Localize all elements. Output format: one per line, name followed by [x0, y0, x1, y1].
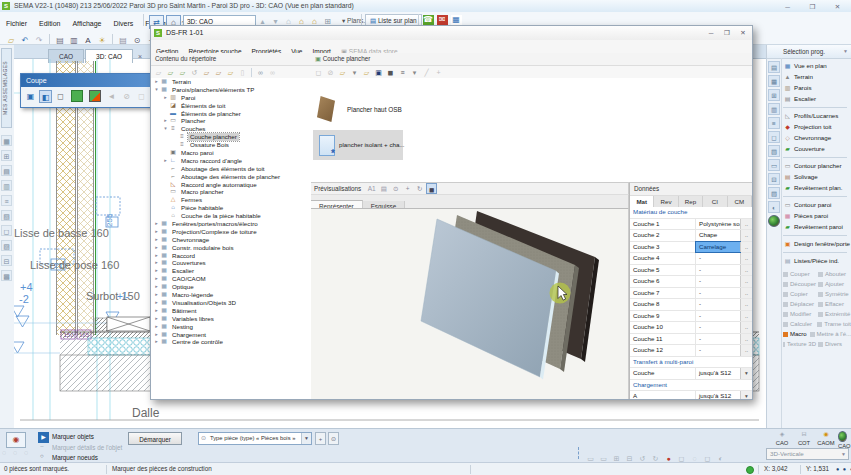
tree-item-constr-modulaire-bois[interactable]: ▸▦Constr. modulaire bois: [151, 244, 311, 252]
tree-item-chevronnage[interactable]: ▸▦Chevronnage: [151, 236, 311, 244]
browse-button[interactable]: ..: [740, 299, 752, 310]
expand-toggle-icon[interactable]: ▸: [153, 267, 160, 275]
grid-icon[interactable]: ⊞: [1, 150, 12, 161]
field-couche-7[interactable]: -: [696, 288, 740, 299]
sidebar-item-contour-plancher[interactable]: ▭Contour plancher: [781, 160, 851, 171]
browse-button[interactable]: ..: [740, 322, 752, 333]
expand-toggle-icon[interactable]: ▸: [153, 220, 160, 228]
field-couche-4[interactable]: -: [696, 253, 740, 264]
folder-icon[interactable]: ▱: [361, 67, 372, 78]
expand-toggle-icon[interactable]: ▸: [153, 291, 160, 299]
coordinate-mode-icons[interactable]: ● ● ◐: [836, 463, 851, 475]
bottom-tab-caom[interactable]: ◉CAOM: [814, 430, 838, 448]
minimize-button[interactable]: ─: [781, 2, 794, 11]
folder-new-icon[interactable]: ▱: [177, 67, 188, 78]
dropdown-button[interactable]: ▾: [740, 368, 752, 379]
dialog-maximize-button[interactable]: ❐: [720, 28, 734, 38]
sheet-icon[interactable]: ▤: [1, 165, 12, 176]
bottom-tab-cot[interactable]: ⊟COT: [794, 430, 814, 448]
piece-type-filter[interactable]: ⊙ Type pièce (type) « Pièces bois » ▼: [198, 432, 312, 445]
view-orientation-combo[interactable]: 3D-Verticale ▼: [766, 448, 849, 460]
tree-item-aboutage-des-elements-de-toit[interactable]: ⌐Aboutage des éléments de toit: [151, 165, 311, 173]
blank-tool-icon[interactable]: ◻: [768, 131, 780, 143]
delete-icon[interactable]: ◼: [385, 67, 396, 78]
expand-toggle-icon[interactable]: ▸: [162, 157, 169, 165]
wall-icon[interactable]: ▥: [1, 180, 12, 191]
sidebar-item-parois[interactable]: ▥Parois: [781, 82, 851, 93]
mark-option-icon[interactable]: ◌: [24, 449, 28, 456]
field-couche-11[interactable]: -: [696, 334, 740, 345]
expand-toggle-icon[interactable]: ▸: [153, 323, 160, 331]
mark-nodes-icon[interactable]: ○: [40, 453, 44, 459]
sidebar-item-vue-en-plan[interactable]: ▦Vue en plan: [781, 60, 851, 71]
sidebar-item-revetement-paroi[interactable]: ▰Revêtement paroi: [781, 221, 851, 232]
browse-button[interactable]: ..: [740, 242, 752, 253]
field-couche-12[interactable]: -: [696, 345, 740, 356]
sidebar-item-design-fenetre-porte[interactable]: ▣Design fenêtre/porte: [781, 238, 851, 249]
expand-toggle-icon[interactable]: ▸: [153, 259, 160, 267]
collapse-toggle-icon[interactable]: ▾: [162, 125, 169, 133]
field-couche-3[interactable]: Carrelage: [696, 242, 740, 253]
blank-icon[interactable]: ◻: [1, 225, 12, 236]
folder-plus-icon[interactable]: ▱: [337, 67, 348, 78]
tree-item-macro-raccord-d-angle[interactable]: ▸∟Macro raccord d'angle: [151, 157, 311, 165]
tree-item-batiment[interactable]: ▸▦Bâtiment: [151, 307, 311, 315]
field-couche[interactable]: jusqu'à S12: [696, 368, 740, 379]
textured-cube-icon[interactable]: [89, 90, 101, 102]
tree-item-piece-habitable[interactable]: ⌂Pièce habitable: [151, 204, 311, 212]
expand-toggle-icon[interactable]: ▸: [153, 244, 160, 252]
sidebar-item-solivage[interactable]: ▤Solivage: [781, 171, 851, 182]
erase-icon[interactable]: ⊘: [120, 90, 133, 103]
shade-icon[interactable]: ▨: [1, 240, 12, 251]
phone-icon[interactable]: ☎: [423, 15, 434, 25]
tree-item-raccord[interactable]: ▸▦Raccord: [151, 252, 311, 260]
tree-item-escalier[interactable]: ▸▦Escalier: [151, 267, 311, 275]
search-person-button[interactable]: ⊙: [328, 432, 339, 445]
mark-nodes-label[interactable]: Marquer noeuds: [52, 454, 98, 461]
field-couche-2[interactable]: Chape: [696, 230, 740, 241]
table-icon[interactable]: ▦: [451, 15, 462, 25]
tree-item-aboutage-des-elements-de-plancher[interactable]: ⌐Aboutage des éléments de plancher: [151, 173, 311, 181]
add-filter-button[interactable]: +: [315, 432, 326, 445]
dropdown-icon[interactable]: ▾: [349, 67, 360, 78]
preview-canvas[interactable]: [311, 208, 629, 399]
folder-add-icon[interactable]: ▱: [225, 67, 236, 78]
tree-item-cao-caom[interactable]: ▸▦CAO/CAOM: [151, 275, 311, 283]
sidebar-item-pieces-paroi[interactable]: ▦Pièces paroi: [781, 210, 851, 221]
render-sphere-icon[interactable]: [768, 215, 780, 227]
scale-a1-icon[interactable]: A1: [366, 183, 377, 194]
sidebar-item-chevronnage[interactable]: ◇Chevronnage: [781, 132, 851, 143]
minus-tool-icon[interactable]: ⊟: [768, 173, 780, 185]
blank-icon[interactable]: ▯: [237, 67, 248, 78]
list-item-plancher-isolant[interactable]: * plancher isolant + cha...: [313, 130, 403, 160]
browse-button[interactable]: ..: [740, 311, 752, 322]
page-icon[interactable]: ▤: [768, 61, 780, 73]
minus-icon[interactable]: ⊟: [1, 255, 12, 266]
mark-objects-icon[interactable]: ▶: [38, 432, 49, 443]
shade-tool-icon[interactable]: ▨: [768, 187, 780, 199]
tree-item-centre-de-controle[interactable]: ▸▦Centre de contrôle: [151, 338, 311, 346]
tree-item-parois-planchers-elements-tp[interactable]: ▾▦Parois/planchers/éléments TP: [151, 86, 311, 94]
tree-item-elements-de-plancher[interactable]: ▬Éléments de plancher: [151, 110, 311, 118]
zoom-icon[interactable]: ⊙: [390, 183, 401, 194]
back-icon[interactable]: ◄: [105, 90, 118, 103]
tree-item-paroi[interactable]: ▸▥Paroi: [151, 94, 311, 102]
tree-item-couche-de-la-piece-habitable[interactable]: ⌂Couche de la pièce habitable: [151, 212, 311, 220]
dialog-close-button[interactable]: ✕: [736, 28, 750, 38]
sidebar-item-listes-piece-ind[interactable]: ▤Listes/Pièce ind.: [781, 255, 851, 266]
assemblies-icon[interactable]: ▦: [1, 135, 12, 146]
hatch-icon[interactable]: ▧: [1, 210, 12, 221]
tree-item-visualisation-objets-3d[interactable]: ▸▦Visualisation/Objets 3D: [151, 299, 311, 307]
tree-item-variables-libres[interactable]: ▸▦Variables libres: [151, 315, 311, 323]
browse-button[interactable]: ..: [740, 230, 752, 241]
edit-icon[interactable]: ╱: [421, 67, 432, 78]
browse-button[interactable]: ..: [740, 345, 752, 356]
field-couche-10[interactable]: -: [696, 322, 740, 333]
dialog-titlebar[interactable]: S DS-FR 1-01 ─ ❐ ✕: [151, 26, 752, 41]
sidebar-item-escalier[interactable]: ▤Escalier: [781, 93, 851, 104]
expand-toggle-icon[interactable]: ▸: [162, 117, 169, 125]
expand-toggle-icon[interactable]: ▸: [153, 283, 160, 291]
list-icon[interactable]: ≡: [1, 195, 12, 206]
dropdown-button[interactable]: ▾: [740, 391, 752, 399]
save-icon[interactable]: ▣: [373, 67, 384, 78]
